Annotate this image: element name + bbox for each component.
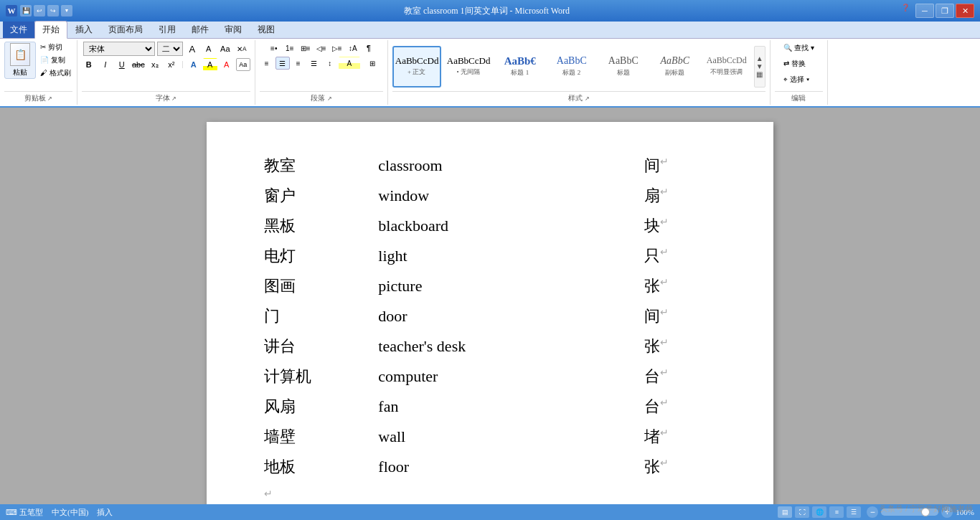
- english-word: blackboard: [378, 211, 644, 241]
- document-page[interactable]: 教室classroom间↵窗户window扇↵黑板blackboard块↵电灯l…: [207, 122, 773, 504]
- align-left-button[interactable]: ≡: [260, 57, 274, 70]
- table-row: 门door间↵: [264, 301, 716, 331]
- style-no-spacing-preview: AaBbCcDd: [447, 56, 490, 66]
- style-subtitle[interactable]: AaBbC 副标题: [651, 46, 699, 88]
- table-row: 地板floor张↵: [264, 452, 716, 482]
- styles-scroll-up[interactable]: ▲▼▦: [754, 46, 765, 88]
- minimize-btn[interactable]: ─: [915, 4, 934, 18]
- grow-font-button[interactable]: A: [185, 42, 199, 55]
- border-button[interactable]: ⊞: [362, 57, 383, 70]
- measure-word: 台↵: [644, 392, 716, 422]
- paste-icon: 📋: [10, 43, 30, 66]
- subscript-button[interactable]: x₂: [148, 58, 162, 71]
- numbering-button[interactable]: 1≡: [283, 42, 297, 55]
- mode-label: 插入: [97, 507, 113, 518]
- style-heading2-label: 标题 2: [562, 68, 580, 77]
- english-word: picture: [378, 271, 644, 301]
- bold-button[interactable]: B: [82, 58, 96, 71]
- style-normal[interactable]: AaBbCcDd + 正文: [392, 46, 441, 88]
- font-name-select[interactable]: 宋体: [83, 42, 155, 56]
- font-color-button[interactable]: A: [220, 58, 234, 71]
- zoom-thumb: [921, 508, 930, 516]
- style-no-spacing[interactable]: AaBbCcDd • 无间隔: [444, 46, 493, 88]
- find-button[interactable]: 🔍 查找 ▾: [781, 42, 817, 55]
- tab-home[interactable]: 开始: [34, 21, 67, 39]
- tab-file[interactable]: 文件: [3, 22, 34, 38]
- select-button[interactable]: ⌖ 选择 ▾: [781, 73, 812, 86]
- cut-button[interactable]: ✂ 剪切: [39, 42, 72, 53]
- show-formatting-button[interactable]: ¶: [362, 42, 376, 55]
- style-subtitle-label: 副标题: [665, 68, 684, 77]
- measure-word: 张↵: [644, 271, 716, 301]
- paste-button[interactable]: 📋 粘贴: [4, 42, 36, 79]
- tab-insert[interactable]: 插入: [67, 21, 100, 38]
- chinese-word: 黑板: [264, 211, 378, 241]
- para-row-1: ≡• 1≡ ⊞≡ ◁≡ ▷≡ ↕A ¶: [267, 42, 376, 55]
- underline-button[interactable]: U: [115, 58, 129, 71]
- style-heading2[interactable]: AaBbC 标题 2: [547, 46, 596, 88]
- style-heading1[interactable]: AaBb€ 标题 1: [496, 46, 545, 88]
- decrease-indent-button[interactable]: ◁≡: [314, 42, 329, 55]
- italic-button[interactable]: I: [98, 58, 113, 71]
- tab-review[interactable]: 审阅: [217, 21, 250, 38]
- align-center-button[interactable]: ☰: [275, 57, 290, 70]
- align-right-button[interactable]: ≡: [291, 57, 306, 70]
- styles-content: AaBbCcDd + 正文 AaBbCcDd • 无间隔 AaBb€ 标题 1 …: [392, 42, 765, 91]
- bullets-button[interactable]: ≡•: [267, 42, 281, 55]
- style-subtle-em-preview: AaBbCcDd: [705, 56, 748, 65]
- outline-btn[interactable]: ≡: [829, 506, 844, 518]
- style-subtle-em[interactable]: AaBbCcDd 不明显强调: [702, 46, 751, 88]
- strikethrough-button[interactable]: abc: [131, 58, 146, 71]
- format-painter-button[interactable]: 🖌 格式刷: [39, 67, 72, 79]
- title-bar: W 💾 ↩ ↪ ▼ 教室 classroom 1间英文单词 - Microsof…: [0, 0, 980, 22]
- undo-icon[interactable]: ↩: [34, 5, 45, 16]
- chinese-word: 地板: [264, 452, 378, 482]
- font-size-select[interactable]: 二号: [157, 42, 183, 56]
- measure-word: 只↵: [644, 241, 716, 271]
- tab-mailings[interactable]: 邮件: [184, 21, 217, 38]
- tab-view[interactable]: 视图: [250, 21, 283, 38]
- change-case-button[interactable]: Aa: [218, 42, 232, 55]
- restore-btn[interactable]: ❐: [936, 4, 954, 18]
- zoom-out-btn[interactable]: −: [867, 506, 878, 518]
- copy-button[interactable]: 📄 复制: [39, 55, 72, 66]
- language-status: 中文(中国): [52, 507, 88, 518]
- redo-icon[interactable]: ↪: [47, 5, 59, 16]
- justify-button[interactable]: ☰: [307, 57, 321, 70]
- text-effect-button[interactable]: A: [187, 58, 201, 71]
- shading-button[interactable]: A: [339, 57, 360, 70]
- font-dialog-button[interactable]: Aa: [236, 58, 250, 71]
- clear-format-button[interactable]: ✕A: [235, 42, 249, 55]
- save-icon[interactable]: 💾: [20, 5, 32, 16]
- style-normal-label: + 正文: [407, 67, 425, 77]
- web-view-btn[interactable]: 🌐: [812, 506, 826, 518]
- font-row-2: B I U abc x₂ x² A A A Aa: [82, 58, 250, 71]
- input-method[interactable]: ⌨ 五笔型: [6, 507, 43, 518]
- zoom-slider[interactable]: [881, 509, 938, 516]
- measure-word: 间↵: [644, 301, 716, 331]
- draft-btn[interactable]: ☰: [847, 506, 861, 518]
- shrink-font-button[interactable]: A: [202, 42, 216, 55]
- style-title[interactable]: AaBbC 标题: [599, 46, 648, 88]
- font-row-1: 宋体 二号 A A Aa ✕A: [83, 42, 249, 56]
- text-highlight-button[interactable]: A: [203, 58, 217, 71]
- customize-icon[interactable]: ▼: [61, 5, 72, 16]
- tab-references[interactable]: 引用: [151, 21, 184, 38]
- font-group: 宋体 二号 A A Aa ✕A B I U abc x₂ x² A A: [77, 40, 255, 105]
- chinese-word: 墙壁: [264, 422, 378, 452]
- multilevel-button[interactable]: ⊞≡: [298, 42, 313, 55]
- sort-button[interactable]: ↕A: [346, 42, 360, 55]
- table-row: 墙壁wall堵↵: [264, 422, 716, 452]
- tab-layout[interactable]: 页面布局: [100, 21, 151, 38]
- print-view-btn[interactable]: ▤: [778, 506, 792, 518]
- close-btn[interactable]: ✕: [956, 4, 974, 18]
- ribbon-tabs: 文件 开始 插入 页面布局 引用 邮件 审阅 视图: [0, 22, 980, 39]
- line-spacing-button[interactable]: ↕: [323, 57, 337, 70]
- english-word: teacher's desk: [378, 331, 644, 361]
- superscript-button[interactable]: x²: [164, 58, 179, 71]
- measure-word: 张↵: [644, 452, 716, 482]
- full-screen-btn[interactable]: ⛶: [795, 506, 809, 518]
- increase-indent-button[interactable]: ▷≡: [330, 42, 344, 55]
- help-btn[interactable]: ❓: [901, 4, 910, 18]
- replace-button[interactable]: ⇄ 替换: [781, 57, 809, 70]
